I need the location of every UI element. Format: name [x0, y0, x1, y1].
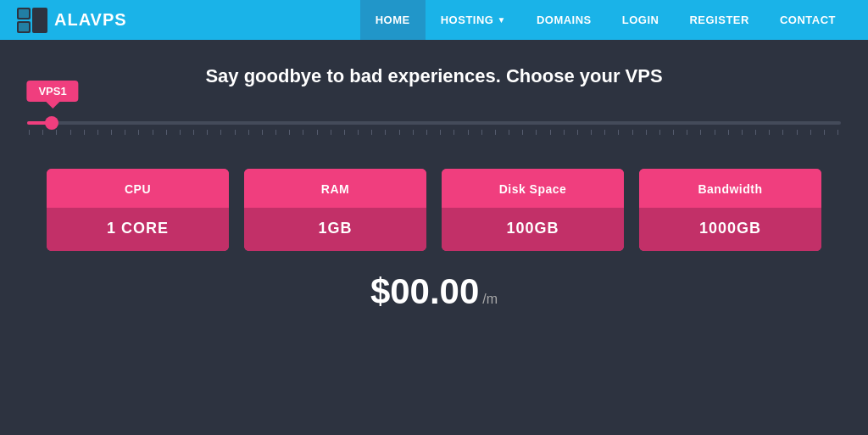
slider-tick: [673, 130, 674, 135]
slider-tick: [317, 130, 318, 135]
slider-tick: [371, 130, 372, 135]
spec-card-disk: Disk Space 100GB: [442, 169, 624, 251]
slider-tick: [700, 130, 701, 135]
slider-tick: [97, 130, 98, 135]
slider-tick: [659, 130, 660, 135]
slider-tick: [262, 130, 263, 135]
slider-tick: [687, 130, 687, 135]
slider-tick: [715, 130, 715, 135]
slider-tick: [824, 130, 825, 135]
slider-tick: [577, 130, 578, 135]
slider-tick: [275, 130, 276, 135]
slider-tick: [303, 130, 303, 135]
slider-tick: [550, 130, 551, 135]
spec-bandwidth-value: 1000GB: [639, 208, 821, 251]
slider-tick: [604, 130, 605, 135]
spec-disk-label: Disk Space: [442, 169, 624, 208]
hero-title: Say goodbye to bad experiences. Choose y…: [205, 65, 662, 87]
nav-home[interactable]: HOME: [360, 0, 426, 40]
slider-tooltip: VPS1: [26, 81, 78, 102]
nav-hosting[interactable]: HOSTING ▼: [426, 0, 521, 40]
slider-tick: [331, 130, 331, 135]
slider-thumb[interactable]: [45, 116, 58, 130]
spec-card-cpu: CPU 1 CORE: [47, 169, 229, 251]
nav-register[interactable]: REGISTER: [674, 0, 764, 40]
slider-tick: [70, 130, 71, 135]
spec-disk-value: 100GB: [442, 208, 624, 251]
price-amount: $00.00: [370, 271, 479, 312]
slider-tick: [536, 130, 537, 135]
slider-tick: [440, 130, 441, 135]
slider-tick: [166, 130, 167, 135]
slider-tick: [385, 130, 386, 135]
spec-card-bandwidth: Bandwidth 1000GB: [639, 169, 821, 251]
slider-tick: [125, 130, 125, 135]
slider-ticks: [27, 130, 841, 135]
slider-track[interactable]: [27, 121, 841, 125]
slider-tick: [810, 130, 811, 135]
slider-tick: [837, 130, 838, 135]
slider-tick: [632, 130, 633, 135]
slider-tick: [797, 130, 798, 135]
slider-tick: [193, 130, 194, 135]
spec-bandwidth-label: Bandwidth: [639, 169, 821, 208]
slider-tick: [755, 130, 756, 135]
spec-cpu-label: CPU: [47, 169, 229, 208]
slider-tick: [84, 130, 85, 135]
slider-tick: [522, 130, 523, 135]
slider-tick: [56, 130, 57, 135]
nav-contact[interactable]: CONTACT: [765, 0, 851, 40]
slider-tick: [42, 130, 43, 135]
price-display: $00.00 /m: [370, 271, 498, 312]
svg-rect-4: [19, 23, 29, 31]
slider-tick: [29, 130, 30, 135]
slider-tick: [618, 130, 619, 135]
svg-rect-3: [19, 9, 29, 18]
slider-tick: [468, 130, 469, 135]
main-nav: ALAVPS HOME HOSTING ▼ DOMAINS LOGIN REGI…: [0, 0, 868, 40]
slider-tick: [207, 130, 208, 135]
slider-tick: [591, 130, 592, 135]
slider-tick: [344, 130, 345, 135]
slider-tick: [564, 130, 565, 135]
vps-slider-container: VPS1: [27, 113, 841, 135]
slider-tick: [235, 130, 236, 135]
slider-tick: [289, 130, 290, 135]
slider-tick: [358, 130, 359, 135]
hosting-dropdown-arrow: ▼: [497, 15, 505, 25]
svg-rect-2: [32, 8, 47, 33]
slider-tick: [646, 130, 647, 135]
slider-tick: [248, 130, 249, 135]
logo[interactable]: ALAVPS: [17, 8, 127, 33]
slider-tick: [220, 130, 221, 135]
logo-text: ALAVPS: [54, 10, 127, 30]
nav-login[interactable]: LOGIN: [607, 0, 675, 40]
slider-tick: [413, 130, 414, 135]
nav-links: HOME HOSTING ▼ DOMAINS LOGIN REGISTER CO…: [360, 0, 851, 40]
nav-domains[interactable]: DOMAINS: [521, 0, 607, 40]
spec-card-ram: RAM 1GB: [244, 169, 426, 251]
slider-tick: [742, 130, 743, 135]
spec-cards: CPU 1 CORE RAM 1GB Disk Space 100GB Band…: [47, 169, 821, 251]
slider-tick: [111, 130, 112, 135]
spec-ram-value: 1GB: [244, 208, 426, 251]
spec-ram-label: RAM: [244, 169, 426, 208]
slider-tick: [728, 130, 729, 135]
main-content: Say goodbye to bad experiences. Choose y…: [0, 40, 868, 329]
logo-icon: [17, 8, 47, 33]
slider-tick: [782, 130, 783, 135]
price-period: /m: [482, 292, 498, 307]
slider-tick: [426, 130, 427, 135]
slider-tick: [180, 130, 181, 135]
slider-tick: [453, 130, 454, 135]
slider-tick: [153, 130, 153, 135]
slider-tick: [481, 130, 482, 135]
slider-tick: [138, 130, 139, 135]
slider-tick: [509, 130, 509, 135]
spec-cpu-value: 1 CORE: [47, 208, 229, 251]
slider-tick: [769, 130, 770, 135]
slider-tick: [399, 130, 400, 135]
slider-tick: [495, 130, 496, 135]
